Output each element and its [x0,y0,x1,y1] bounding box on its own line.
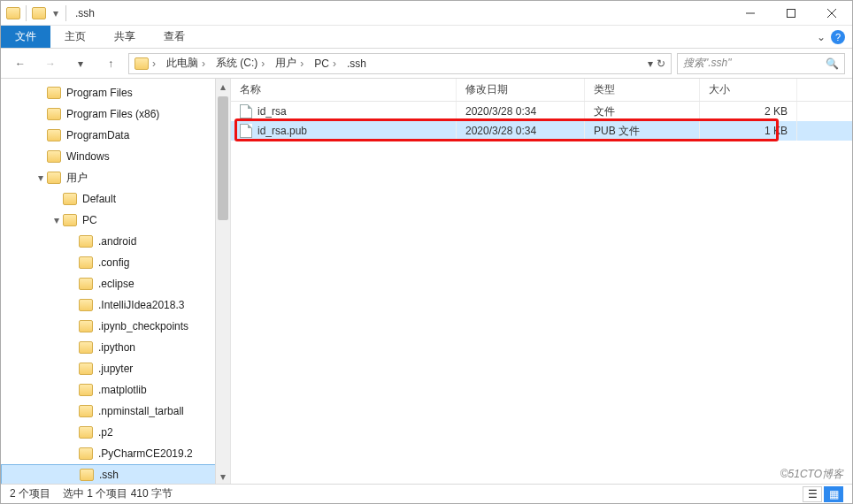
status-bar: 2 个项目 选中 1 个项目 410 字节 ☰ ▦ [1,484,852,503]
tree-item[interactable]: .npminstall_tarball [1,401,230,422]
file-row[interactable]: id_rsa.pub2020/3/28 0:34PUB 文件1 KB [231,121,852,141]
ribbon-expand-icon[interactable]: ⌄ [817,31,826,43]
tree-item-label: .ipynb_checkpoints [98,320,188,332]
tree-item[interactable]: .matplotlib [1,379,230,401]
tree-item-label: Windows [66,150,110,163]
back-button[interactable]: ← [8,51,33,76]
breadcrumb-item[interactable]: 此电脑› [163,54,212,73]
folder-icon [80,469,94,481]
tree-item-label: Default [82,193,116,205]
tree-item[interactable]: .jupyter [1,358,230,379]
tree-item[interactable]: Program Files [1,82,230,103]
tree-item[interactable]: .p2 [1,422,230,443]
tree-item[interactable]: .config [1,252,230,273]
column-size[interactable]: 大小 [700,79,797,101]
tree-item[interactable]: Windows [1,146,230,167]
tab-share[interactable]: 共享 [100,26,150,48]
tree-item[interactable]: .android [1,231,230,252]
window-controls [730,1,852,26]
tree-item[interactable]: ProgramData [1,125,230,146]
tree-item[interactable]: Program Files (x86) [1,103,230,125]
tree-item[interactable]: ▾PC [1,210,230,231]
file-size: 2 KB [700,102,797,121]
up-button[interactable]: ↑ [98,51,123,76]
column-headers[interactable]: 名称 修改日期 类型 大小 [231,79,852,102]
folder-icon [47,150,61,163]
search-placeholder: 搜索".ssh" [683,56,732,71]
tree-item[interactable]: Default [1,188,230,210]
window-title: .ssh [75,7,95,19]
scroll-up-icon[interactable]: ▴ [216,79,230,94]
folder-icon[interactable] [32,7,46,19]
folder-icon [6,7,20,19]
separator [65,5,66,21]
expand-icon[interactable]: ▾ [35,172,47,184]
address-bar[interactable]: › 此电脑› 系统 (C:)› 用户› PC› .ssh ▾ ↻ [128,53,672,74]
column-name[interactable]: 名称 [231,79,457,101]
file-row[interactable]: id_rsa2020/3/28 0:34文件2 KB [231,102,852,121]
tree-item[interactable]: .ipynb_checkpoints [1,316,230,337]
file-name: id_rsa.pub [257,125,307,137]
folder-icon [79,256,93,269]
folder-icon [79,384,93,396]
refresh-icon[interactable]: ↻ [657,57,665,70]
tree-item[interactable]: .IntelliJIdea2018.3 [1,294,230,316]
scroll-thumb[interactable] [218,96,228,220]
close-button[interactable] [811,1,852,26]
folder-icon [79,426,93,439]
forward-button[interactable]: → [38,51,63,76]
recent-dropdown[interactable]: ▾ [68,51,93,76]
quick-access-toolbar: ▾ .ssh [1,5,100,21]
search-icon[interactable]: 🔍 [826,57,839,70]
tree-item[interactable]: .ssh [1,464,230,484]
tree-item-label: .eclipse [98,278,134,290]
folder-icon [79,320,93,332]
tree-item[interactable]: .ipython [1,337,230,358]
folder-icon [47,87,61,99]
tab-home[interactable]: 主页 [50,26,100,48]
column-date[interactable]: 修改日期 [457,79,585,101]
help-icon[interactable]: ? [831,30,845,44]
expand-icon[interactable]: ▾ [50,214,63,226]
search-input[interactable]: 搜索".ssh" 🔍 [677,53,845,74]
tree-item-label: .ipython [98,341,135,354]
folder-icon [79,341,93,354]
folder-icon [79,447,93,460]
maximize-button[interactable] [771,1,811,26]
history-dropdown-icon[interactable]: ▾ [648,57,653,70]
scroll-down-icon[interactable]: ▾ [216,469,230,484]
folder-icon [79,278,93,290]
folder-icon [79,405,93,417]
tree-item[interactable]: .eclipse [1,273,230,294]
tree-item-label: .IntelliJIdea2018.3 [98,299,184,311]
tab-file[interactable]: 文件 [1,26,50,48]
icons-view-button[interactable]: ▦ [824,486,843,502]
tree-item-label: .android [98,235,136,248]
breadcrumb-item[interactable]: .ssh [343,54,370,73]
tree-item-label: .PyCharmCE2019.2 [98,447,193,460]
folder-icon [134,57,149,70]
navigation-tree[interactable]: Program FilesProgram Files (x86)ProgramD… [1,79,231,484]
column-type[interactable]: 类型 [585,79,700,101]
breadcrumb-item[interactable]: 用户› [272,54,311,73]
folder-icon [47,129,61,141]
tree-item-label: PC [82,214,97,226]
tree-item[interactable]: ▾用户 [1,167,230,188]
tab-view[interactable]: 查看 [150,26,199,48]
tree-item[interactable]: .PyCharmCE2019.2 [1,443,230,464]
minimize-button[interactable] [730,1,771,26]
breadcrumb-item[interactable]: 系统 (C:)› [212,54,272,73]
file-name: id_rsa [257,105,287,118]
breadcrumb-item[interactable]: PC› [311,54,343,73]
tree-item-label: .config [98,256,129,269]
details-view-button[interactable]: ☰ [803,486,822,502]
file-type: 文件 [585,102,700,121]
chevron-down-icon[interactable]: ▾ [51,7,60,19]
breadcrumb-root[interactable]: › [131,54,163,73]
tree-item-label: .matplotlib [98,384,147,396]
tree-scrollbar[interactable]: ▴ ▾ [215,79,230,484]
watermark: ©51CTO博客 [780,467,843,482]
tree-item-label: 用户 [66,171,88,186]
file-list: 名称 修改日期 类型 大小 id_rsa2020/3/28 0:34文件2 KB… [231,79,852,484]
file-date: 2020/3/28 0:34 [457,121,585,141]
